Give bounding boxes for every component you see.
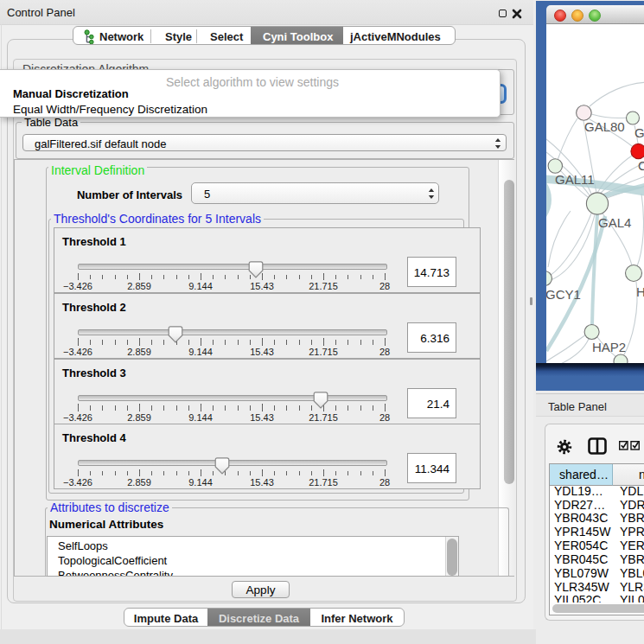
svg-text:GAL: GAL	[634, 125, 644, 140]
svg-text:HAP2: HAP2	[592, 340, 626, 354]
svg-text:GAL80: GAL80	[584, 119, 625, 134]
svg-text:GAL4: GAL4	[598, 215, 631, 230]
svg-text:GCY1: GCY1	[546, 287, 581, 302]
svg-text:GAL11: GAL11	[555, 172, 595, 187]
svg-text:HI: HI	[636, 284, 644, 299]
svg-text:CD: CD	[638, 158, 644, 173]
